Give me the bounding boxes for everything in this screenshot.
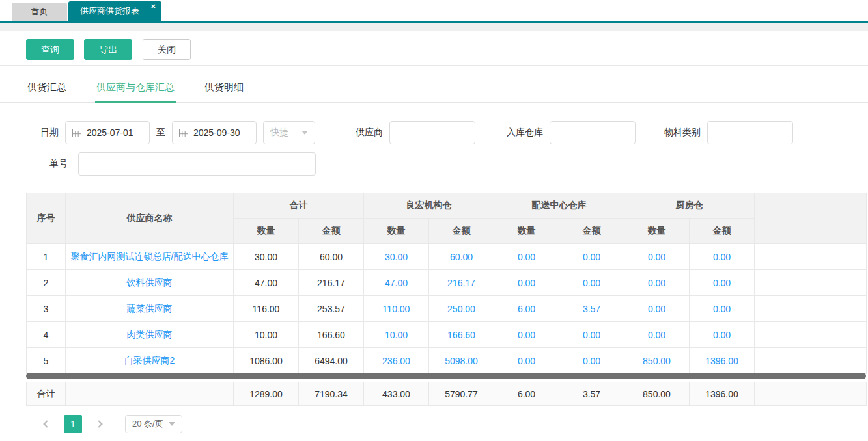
totals-value: 850.00 xyxy=(624,382,690,406)
cell-warehouse-value[interactable]: 0.00 xyxy=(624,270,690,296)
cell-warehouse-value[interactable]: 0.00 xyxy=(559,348,624,374)
cell-total-qty: 30.00 xyxy=(234,244,299,270)
cell-warehouse-value[interactable]: 236.00 xyxy=(364,348,429,374)
supplier-name-link[interactable]: 蔬菜供应商 xyxy=(66,296,234,322)
cell-warehouse-value[interactable]: 216.17 xyxy=(429,270,494,296)
view-tabs: 供货汇总 供应商与仓库汇总 供货明细 xyxy=(0,81,868,103)
cell-total-amt: 216.17 xyxy=(299,270,364,296)
tab-supply-summary[interactable]: 供货汇总 xyxy=(26,81,68,102)
cell-warehouse-value[interactable]: 1396.00 xyxy=(690,348,755,374)
cell-warehouse-value[interactable]: 6.00 xyxy=(494,296,559,322)
report-table: 序号 供应商名称 合计 良宏机构仓 配送中心仓库 厨房仓 数量 金额 数量 金额… xyxy=(26,193,867,374)
totals-value: 5790.77 xyxy=(429,382,494,406)
supplier-input[interactable] xyxy=(389,121,475,144)
cell-warehouse-value[interactable]: 0.00 xyxy=(624,296,690,322)
col-index: 序号 xyxy=(27,193,66,244)
cell-warehouse-value[interactable]: 166.60 xyxy=(429,322,494,348)
cell-warehouse-value[interactable]: 3.57 xyxy=(559,296,624,322)
material-category-input[interactable] xyxy=(707,121,793,144)
window-tab-bar: 首页 供应商供货报表 × xyxy=(0,0,868,23)
window-tab-home-label: 首页 xyxy=(31,6,48,18)
window-tab-report[interactable]: 供应商供货报表 × xyxy=(68,1,161,21)
cell-warehouse-value[interactable]: 0.00 xyxy=(494,322,559,348)
window-tab-report-label: 供应商供货报表 xyxy=(80,5,139,17)
supplier-name-link[interactable]: 聚食汇内网测试连锁总店/配送中心仓库 xyxy=(66,244,234,270)
totals-value: 1396.00 xyxy=(690,382,755,406)
cell-warehouse-value[interactable]: 0.00 xyxy=(690,244,755,270)
cell-warehouse-value[interactable]: 0.00 xyxy=(559,270,624,296)
cell-warehouse-value[interactable]: 47.00 xyxy=(364,270,429,296)
tab-supplier-warehouse-summary[interactable]: 供应商与仓库汇总 xyxy=(95,81,176,102)
filter-row-1: 日期 2025-07-01 至 xyxy=(40,121,868,144)
cell-empty xyxy=(755,348,867,374)
page-number-button[interactable]: 1 xyxy=(64,415,82,433)
date-from-value: 2025-07-01 xyxy=(87,127,133,138)
hscroll-track xyxy=(0,373,868,382)
date-to-separator: 至 xyxy=(156,127,165,139)
cell-warehouse-value[interactable]: 0.00 xyxy=(494,270,559,296)
next-page-button[interactable] xyxy=(91,415,107,433)
close-button[interactable]: 关闭 xyxy=(143,39,191,60)
date-to-input[interactable]: 2025-09-30 xyxy=(172,121,257,144)
group-total: 合计 xyxy=(234,193,364,219)
totals-value: 3.57 xyxy=(559,382,624,406)
supplier-name-link[interactable]: 肉类供应商 xyxy=(66,322,234,348)
query-button[interactable]: 查询 xyxy=(26,39,74,60)
order-no-label: 单号 xyxy=(49,158,68,170)
cell-warehouse-value[interactable]: 30.00 xyxy=(364,244,429,270)
warehouse-input[interactable] xyxy=(550,121,636,144)
filter-row-2: 单号 xyxy=(40,152,868,176)
cell-empty xyxy=(755,244,867,270)
table-row: 2 饮料供应商 47.00216.1747.00216.170.000.000.… xyxy=(27,270,867,296)
totals-body: 合计 1289.007190.34433.005790.776.003.5785… xyxy=(27,382,867,406)
group-kitchen-warehouse: 厨房仓 xyxy=(624,193,755,219)
window-tab-home[interactable]: 首页 xyxy=(12,3,67,21)
cell-warehouse-value[interactable]: 5098.00 xyxy=(429,348,494,374)
date-from-input[interactable]: 2025-07-01 xyxy=(65,121,150,144)
subcol-amt: 金额 xyxy=(429,219,494,244)
horizontal-scrollbar[interactable] xyxy=(26,373,866,379)
totals-row: 合计 1289.007190.34433.005790.776.003.5785… xyxy=(27,382,867,406)
cell-warehouse-value[interactable]: 850.00 xyxy=(624,348,690,374)
cell-total-qty: 47.00 xyxy=(234,270,299,296)
cell-warehouse-value[interactable]: 10.00 xyxy=(364,322,429,348)
cell-warehouse-value[interactable]: 0.00 xyxy=(690,270,755,296)
totals-wrap: 合计 1289.007190.34433.005790.776.003.5785… xyxy=(0,382,868,406)
supplier-name-link[interactable]: 饮料供应商 xyxy=(66,270,234,296)
cell-warehouse-value[interactable]: 0.00 xyxy=(494,348,559,374)
cell-empty xyxy=(755,296,867,322)
pagination: 1 20 条/页 xyxy=(0,406,868,433)
close-tab-icon[interactable]: × xyxy=(150,2,156,11)
tab-supply-detail[interactable]: 供货明细 xyxy=(203,81,245,102)
totals-table: 合计 1289.007190.34433.005790.776.003.5785… xyxy=(26,382,867,406)
totals-empty-name xyxy=(66,382,234,406)
cell-total-amt: 60.00 xyxy=(299,244,364,270)
supplier-label: 供应商 xyxy=(356,127,383,139)
cell-empty xyxy=(755,270,867,296)
cell-warehouse-value[interactable]: 0.00 xyxy=(559,244,624,270)
toolbar: 查询 导出 关闭 xyxy=(0,31,868,66)
cell-warehouse-value[interactable]: 0.00 xyxy=(624,244,690,270)
subcol-amt: 金额 xyxy=(299,219,364,244)
cell-warehouse-value[interactable]: 250.00 xyxy=(429,296,494,322)
cell-warehouse-value[interactable]: 60.00 xyxy=(429,244,494,270)
cell-warehouse-value[interactable]: 0.00 xyxy=(559,322,624,348)
cell-empty xyxy=(755,322,867,348)
table-row: 5 自采供应商2 1086.006494.00236.005098.000.00… xyxy=(27,348,867,374)
export-button[interactable]: 导出 xyxy=(84,39,132,60)
calendar-icon xyxy=(179,128,188,137)
cell-warehouse-value[interactable]: 0.00 xyxy=(690,296,755,322)
supplier-name-link[interactable]: 自采供应商2 xyxy=(66,348,234,374)
order-no-input[interactable] xyxy=(78,152,316,176)
page-size-label: 20 条/页 xyxy=(132,418,163,430)
prev-page-button[interactable] xyxy=(39,415,55,433)
cell-warehouse-value[interactable]: 0.00 xyxy=(624,322,690,348)
page-size-dropdown[interactable]: 20 条/页 xyxy=(125,415,182,433)
table-row: 3 蔬菜供应商 116.00253.57110.00250.006.003.57… xyxy=(27,296,867,322)
cell-warehouse-value[interactable]: 110.00 xyxy=(364,296,429,322)
cell-total-amt: 253.57 xyxy=(299,296,364,322)
cell-warehouse-value[interactable]: 0.00 xyxy=(494,244,559,270)
cell-warehouse-value[interactable]: 0.00 xyxy=(690,322,755,348)
quick-range-dropdown[interactable]: 快捷 xyxy=(263,121,315,144)
table-body: 1 聚食汇内网测试连锁总店/配送中心仓库 30.0060.0030.0060.0… xyxy=(27,244,867,374)
